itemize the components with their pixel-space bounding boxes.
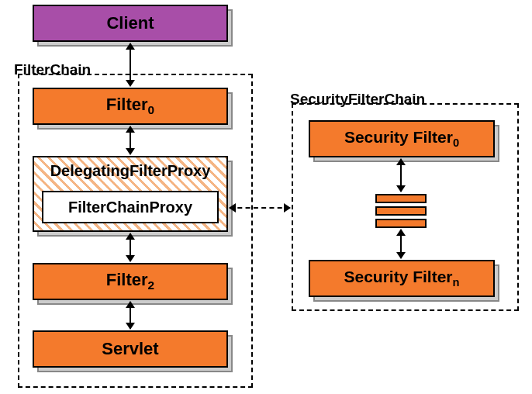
arrow-sf0-stack: [400, 159, 402, 192]
arrow-filter0-delegating: [130, 126, 131, 154]
stack-bar-3: [375, 219, 427, 228]
arrow-delegating-filter2: [130, 233, 131, 261]
sfn-box: Security Filtern: [309, 260, 495, 297]
arrow-stack-sfn: [400, 230, 402, 258]
client-box: Client: [33, 5, 228, 42]
stack-bar-1: [375, 194, 427, 203]
filter2-box: Filter2: [33, 263, 228, 300]
filterchainproxy-box: FilterChainProxy: [42, 191, 219, 223]
filter0-box: Filter0: [33, 88, 228, 125]
servlet-box: Servlet: [33, 330, 228, 368]
arrow-filter2-servlet: [130, 302, 131, 329]
stack-bar-2: [375, 206, 427, 216]
filter0-label: Filter0: [106, 95, 154, 117]
client-label: Client: [106, 13, 154, 33]
securitychain-label: SecurityFilterChain: [288, 91, 427, 108]
arrow-proxy-securitychain: [230, 207, 290, 209]
filterchainproxy-label: FilterChainProxy: [68, 199, 192, 216]
sfn-label: Security Filtern: [344, 268, 459, 289]
filter2-label: Filter2: [106, 270, 154, 292]
delegating-label: DelegatingFilterProxy: [50, 162, 211, 180]
filterchain-label: FilterChain: [12, 61, 92, 78]
arrow-client-filter0: [130, 43, 131, 86]
servlet-label: Servlet: [102, 339, 158, 359]
sf0-box: Security Filter0: [309, 120, 495, 157]
sf0-label: Security Filter0: [344, 128, 459, 149]
